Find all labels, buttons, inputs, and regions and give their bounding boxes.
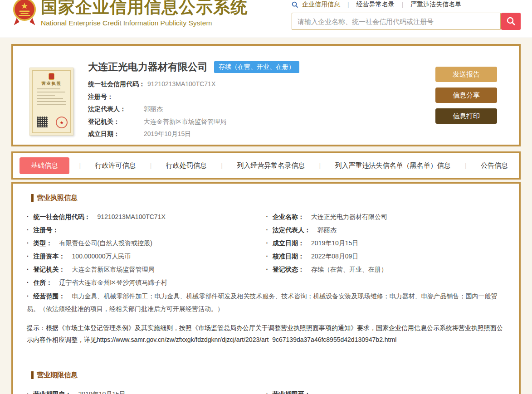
section-bar-icon (31, 371, 34, 379)
detail-company-name: 企业名称：大连正光电力器材有限公司 (266, 210, 506, 224)
license-emblem-icon (49, 73, 54, 80)
tab-announcements[interactable]: 公告信息 (476, 157, 512, 174)
detail-establishment-date: 成立日期：2019年10月15日 (266, 237, 506, 250)
site-subtitle: National Enterprise Credit Information P… (41, 19, 248, 28)
top-nav: 企业信用信息 经营异常名录 严重违法失信名单 (292, 0, 521, 9)
nav-link-serious-violations[interactable]: 严重违法失信名单 (410, 0, 461, 9)
detail-business-scope: 经营范围：电力金具、机械零部件加工；电力金具、机械零部件研发及相关技术服务、技术… (27, 290, 505, 315)
tab-administrative-license[interactable]: 行政许可信息 (90, 157, 140, 174)
license-inner-border: 营业执照 ★ (32, 70, 71, 133)
search-button[interactable] (501, 13, 521, 30)
tab-administrative-penalty[interactable]: 行政处罚信息 (161, 157, 211, 174)
tab-basic-info[interactable]: 基础信息 (20, 157, 69, 174)
detail-company-type: 类型：有限责任公司(自然人投资或控股) (27, 237, 266, 250)
business-license-thumbnail[interactable]: 营业执照 ★ (29, 68, 73, 136)
detail-registration-status: 登记状态：存续（在营、开业、在册） (266, 263, 506, 276)
field-registration-authority: 登记机关：大连金普新区市场监督管理局 (88, 116, 299, 128)
tab-bar: 基础信息 行政许可信息 行政处罚信息 列入经营异常名录信息 列入严重违法失信名单… (11, 151, 521, 180)
tab-separator (465, 162, 467, 169)
company-summary-card: 营业执照 ★ 大连正光电力器材有限公司 存续（在营、开业、在册） 统一社会信用代… (11, 44, 521, 146)
nav-link-abnormal-operations[interactable]: 经营异常名录 (356, 0, 395, 9)
detail-registration-number: 注册号： (27, 224, 266, 237)
detail-registration-authority: 登记机关：大连金普新区市场监督管理局 (27, 263, 266, 276)
license-adjustment-notice: 提示：根据《市场主体登记管理条例》及其实施细则，按照《市场监管总局办公厅关于调整… (27, 322, 505, 345)
site-header: 国家企业信用信息公示系统 National Enterprise Credit … (0, 0, 532, 38)
tab-separator (79, 162, 81, 169)
tab-abnormal-operations-list[interactable]: 列入经营异常名录信息 (232, 157, 309, 174)
nav-separator (347, 1, 349, 8)
tab-separator (221, 162, 223, 169)
field-registration-number: 注册号： (88, 91, 299, 103)
info-share-button[interactable]: 信息分享 (435, 88, 497, 103)
detail-approval-date: 核准日期：2022年08月09日 (266, 250, 506, 263)
detail-address: 住所：辽宁省大连市金州区登沙河镇马蹄子村 (27, 276, 266, 289)
section-business-term-info: 营业期限信息 (31, 371, 505, 379)
field-credit-code: 统一社会信用代码：91210213MA100TC71X (88, 78, 299, 91)
detail-term-to: 营业期限至： (266, 388, 506, 394)
registration-status-badge: 存续（在营、开业、在册） (214, 61, 299, 73)
nav-link-enterprise-credit[interactable]: 企业信用信息 (302, 0, 340, 9)
company-name: 大连正光电力器材有限公司 (88, 60, 208, 74)
page: 国家企业信用信息公示系统 National Enterprise Credit … (0, 0, 532, 394)
nav-separator (402, 1, 404, 8)
national-emblem-logo (13, 0, 36, 30)
site-title: 国家企业信用信息公示系统 (41, 0, 248, 19)
send-report-button[interactable]: 发送报告 (435, 67, 497, 82)
license-title: 营业执照 (33, 81, 70, 86)
section-business-license-info: 营业执照信息 (31, 194, 505, 202)
nav-search-icon (292, 1, 298, 8)
field-establishment-date: 成立日期：2019年10月15日 (88, 128, 299, 141)
detail-credit-code: 统一社会信用代码：91210213MA100TC71X (27, 210, 266, 224)
field-legal-representative: 法定代表人：郭丽杰 (88, 103, 299, 116)
basic-info-panel: 营业执照信息 统一社会信用代码：91210213MA100TC71X 注册号： … (11, 182, 521, 394)
info-print-button[interactable]: 信息打印 (435, 108, 497, 124)
tab-serious-violations-blacklist[interactable]: 列入严重违法失信名单（黑名单）信息 (331, 157, 455, 174)
search-input[interactable] (292, 13, 501, 30)
tab-separator (150, 162, 152, 169)
license-qr-code (37, 117, 48, 127)
detail-term-from: 营业期限自：2019年10月15日 (27, 388, 266, 394)
section-bar-icon (31, 194, 34, 202)
tab-separator (319, 162, 321, 169)
detail-registered-capital: 注册资本：100.000000万人民币 (27, 250, 266, 263)
detail-legal-representative: 法定代表人：郭丽杰 (266, 224, 506, 237)
license-red-seal: ★ (56, 117, 68, 128)
